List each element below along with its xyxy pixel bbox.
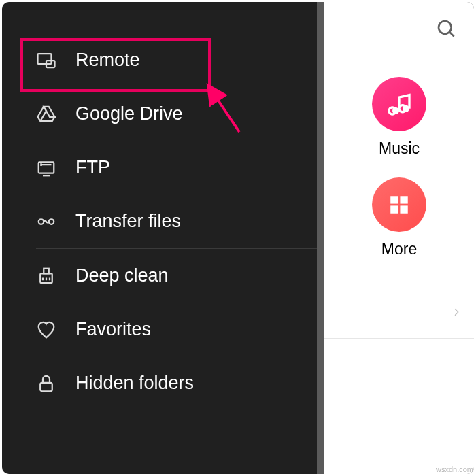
sidebar-item-favorites[interactable]: Favorites: [2, 303, 317, 356]
svg-point-6: [39, 219, 44, 224]
svg-rect-19: [400, 196, 407, 203]
watermark: wsxdn.com: [436, 465, 473, 473]
music-icon: [372, 77, 426, 131]
tile-more[interactable]: More: [372, 177, 426, 258]
svg-point-16: [392, 107, 399, 114]
tile-music[interactable]: Music: [372, 77, 426, 158]
svg-rect-20: [390, 205, 398, 213]
svg-point-17: [403, 105, 409, 112]
main-content-dimmed: Music More: [317, 2, 474, 474]
svg-line-15: [449, 32, 454, 37]
sidebar-item-label: Favorites: [75, 319, 151, 340]
sidebar-item-label: Google Drive: [75, 103, 183, 124]
sidebar-item-transfer-files[interactable]: Transfer files: [2, 194, 317, 248]
lock-icon: [36, 373, 56, 394]
svg-rect-13: [40, 382, 52, 391]
sidebar-item-deep-clean[interactable]: Deep clean: [2, 249, 317, 303]
sidebar-item-label: Remote: [75, 50, 140, 71]
sidebar-item-label: Transfer files: [75, 211, 181, 232]
sidebar-item-label: Deep clean: [75, 265, 169, 286]
transfer-icon: [36, 211, 56, 232]
sidebar-item-google-drive[interactable]: Google Drive: [2, 87, 317, 141]
svg-rect-9: [44, 268, 49, 273]
clean-icon: [36, 266, 56, 286]
main-content: Music More: [324, 2, 474, 474]
sidebar-item-label: FTP: [75, 157, 110, 178]
remote-icon: [36, 50, 56, 71]
svg-point-14: [439, 21, 452, 34]
sidebar-item-hidden-folders[interactable]: Hidden folders: [2, 356, 317, 410]
tile-label: Music: [379, 139, 420, 158]
grid-icon: [372, 177, 426, 232]
chevron-right-icon: [451, 307, 462, 318]
search-icon: [436, 31, 458, 42]
svg-rect-0: [38, 54, 52, 64]
gdrive-icon: [36, 104, 56, 124]
tile-label: More: [381, 240, 417, 258]
navigation-drawer: Remote Google Drive FTP Transfer files: [2, 2, 317, 474]
app-screen: Remote Google Drive FTP Transfer files: [2, 2, 474, 474]
heart-icon: [36, 320, 56, 340]
svg-rect-21: [400, 205, 407, 213]
svg-point-7: [49, 219, 54, 224]
ftp-icon: [36, 158, 56, 178]
list-row[interactable]: [324, 286, 474, 339]
sidebar-item-ftp[interactable]: FTP: [2, 141, 317, 194]
search-button[interactable]: [436, 18, 458, 40]
svg-rect-18: [390, 196, 398, 203]
sidebar-item-remote[interactable]: Remote: [2, 33, 317, 87]
sidebar-item-label: Hidden folders: [75, 373, 194, 394]
